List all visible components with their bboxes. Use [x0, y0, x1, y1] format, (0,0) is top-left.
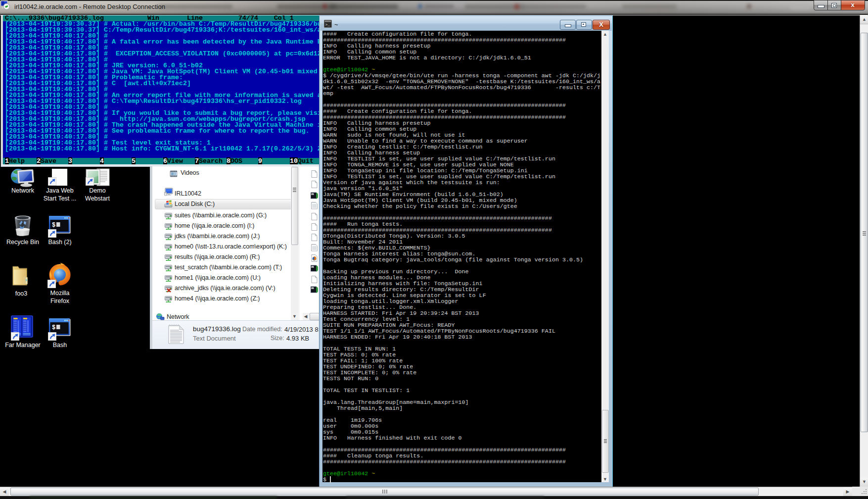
svg-text:>_: >_ [325, 22, 330, 27]
svg-text:$: $ [52, 222, 55, 229]
svg-text:$: $ [52, 324, 55, 331]
